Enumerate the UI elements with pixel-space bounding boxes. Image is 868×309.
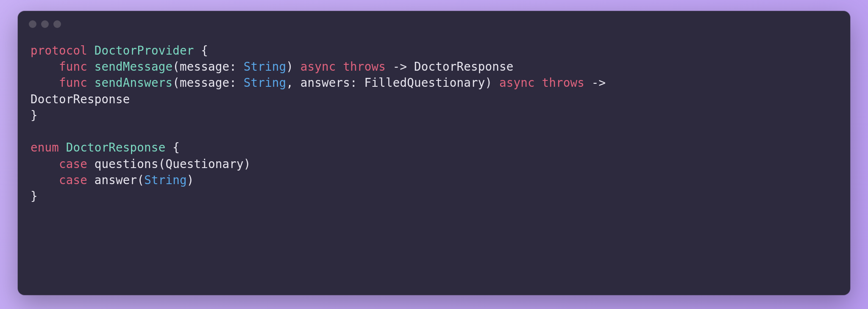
colon: :	[229, 60, 244, 73]
paren-close: )	[187, 173, 194, 187]
space	[336, 60, 343, 73]
type-name: DoctorProvider	[95, 44, 194, 57]
return-type: DoctorResponse	[31, 92, 130, 106]
param-type: FilledQuestionary	[364, 76, 485, 89]
paren-close: )	[244, 157, 251, 171]
indent	[31, 173, 59, 187]
case-name: questions	[95, 157, 159, 171]
code-window: protocol DoctorProvider { func sendMessa…	[18, 11, 850, 295]
function-name: sendMessage	[95, 60, 172, 73]
paren-open: (	[137, 173, 144, 187]
keyword-func: func	[59, 60, 87, 73]
space	[535, 76, 542, 89]
paren-open: (	[172, 76, 180, 89]
indent	[31, 76, 59, 89]
window-titlebar	[18, 11, 850, 32]
indent	[31, 60, 59, 73]
indent	[31, 157, 59, 171]
keyword-func: func	[59, 76, 87, 89]
arrow: ->	[584, 76, 613, 89]
assoc-type: String	[144, 173, 187, 187]
brace-close: }	[31, 108, 38, 122]
keyword-enum: enum	[31, 141, 59, 154]
traffic-light-minimize-icon[interactable]	[41, 20, 49, 28]
param-label: answers	[300, 76, 350, 89]
function-name: sendAnswers	[95, 76, 172, 89]
brace-close: }	[31, 189, 38, 203]
code-content: protocol DoctorProvider { func sendMessa…	[18, 32, 850, 217]
paren-open: (	[172, 60, 180, 73]
colon: :	[350, 76, 364, 89]
traffic-light-close-icon[interactable]	[29, 20, 36, 28]
return-type: DoctorResponse	[414, 60, 514, 73]
paren-close: )	[485, 76, 499, 89]
paren-close: )	[286, 60, 300, 73]
paren-open: (	[159, 157, 166, 171]
assoc-type: Questionary	[165, 157, 243, 171]
param-label: message	[180, 76, 229, 89]
keyword-async: async	[300, 60, 336, 73]
traffic-light-zoom-icon[interactable]	[53, 20, 61, 28]
comma: ,	[286, 76, 300, 89]
keyword-protocol: protocol	[31, 44, 87, 57]
keyword-case: case	[59, 157, 87, 171]
brace-open: {	[165, 141, 180, 154]
param-type: String	[244, 76, 287, 89]
keyword-case: case	[59, 173, 87, 187]
type-name: DoctorResponse	[66, 141, 166, 154]
param-label: message	[180, 60, 229, 73]
colon: :	[229, 76, 244, 89]
keyword-async: async	[499, 76, 535, 89]
keyword-throws: throws	[343, 60, 386, 73]
brace-open: {	[194, 44, 208, 57]
param-type: String	[244, 60, 287, 73]
keyword-throws: throws	[542, 76, 585, 89]
case-name: answer	[95, 173, 137, 187]
arrow: ->	[386, 60, 414, 73]
